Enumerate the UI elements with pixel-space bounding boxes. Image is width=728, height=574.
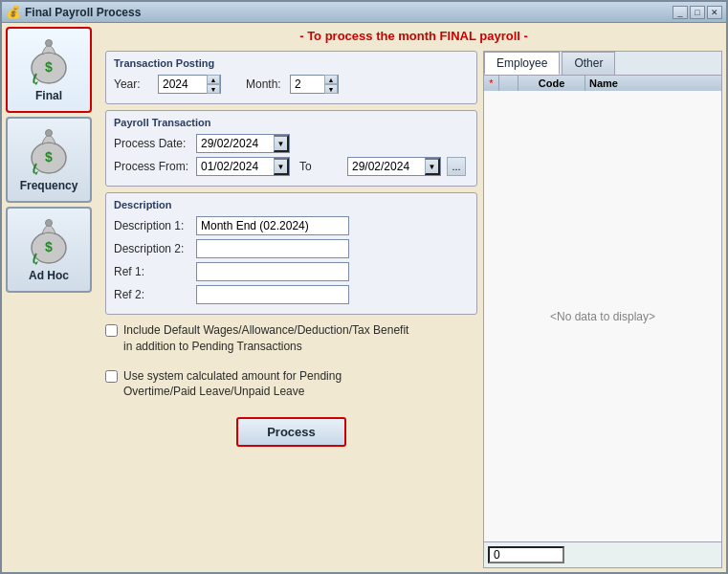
month-down-button[interactable]: ▼ (324, 84, 338, 94)
checkbox1[interactable] (105, 324, 118, 337)
process-button[interactable]: Process (236, 417, 346, 447)
process-from-picker[interactable]: ▼ (196, 157, 290, 176)
year-input[interactable] (159, 76, 207, 93)
payroll-transaction-section: Payroll Transaction Process Date: ▼ Proc… (105, 110, 477, 187)
desc1-row: Description 1: (114, 216, 469, 235)
maximize-button[interactable]: □ (690, 6, 705, 19)
description-title: Description (114, 199, 469, 210)
process-date-row: Process Date: ▼ (114, 134, 469, 153)
name-col-header: Name (585, 76, 721, 91)
month-label: Month: (246, 77, 284, 91)
process-from-row: Process From: ▼ To ▼ ... (114, 157, 469, 176)
ellipsis-button[interactable]: ... (447, 157, 466, 176)
grid-header: * Code Name (484, 76, 721, 91)
adhoc-label: Ad Hoc (29, 269, 69, 282)
process-to-picker[interactable]: ▼ (347, 157, 441, 176)
page-header: - To process the month FINAL payroll - (105, 27, 722, 45)
app-icon: 💰 (6, 5, 21, 19)
year-spin-buttons: ▲ ▼ (207, 75, 220, 94)
left-form: Transaction Posting Year: ▲ ▼ Month: (105, 51, 477, 568)
process-from-input[interactable] (197, 158, 274, 175)
desc2-label: Description 2: (114, 242, 190, 255)
svg-point-4 (46, 130, 53, 137)
right-area: - To process the month FINAL payroll - T… (105, 27, 722, 568)
year-up-button[interactable]: ▲ (207, 75, 220, 84)
frequency-label: Frequency (20, 179, 78, 192)
checkbox2-label: Use system calculated amount for Pending… (123, 368, 342, 401)
sidebar-item-frequency[interactable]: $ Frequency (6, 117, 92, 203)
tab-bar: Employee Other (484, 52, 721, 76)
process-to-input[interactable] (348, 158, 425, 175)
right-panel: Employee Other * Code Name <No data to d… (483, 51, 722, 568)
ref2-input[interactable] (196, 285, 349, 304)
description-section: Description Description 1: Description 2… (105, 192, 477, 315)
checkbox1-row: Include Default Wages/Allowance/Deductio… (105, 320, 477, 357)
desc2-input[interactable] (196, 239, 349, 258)
process-from-dropdown-button[interactable]: ▼ (274, 158, 289, 175)
ref1-row: Ref 1: (114, 262, 469, 281)
main-content: Transaction Posting Year: ▲ ▼ Month: (105, 51, 722, 568)
year-down-button[interactable]: ▼ (207, 84, 220, 94)
to-label: To (299, 160, 338, 173)
year-spinner[interactable]: ▲ ▼ (158, 75, 221, 94)
check-col-header (499, 76, 518, 91)
main-window: 💰 Final Payroll Process _ □ ✕ $ Final (0, 0, 728, 574)
checkbox2[interactable] (105, 370, 118, 383)
month-spin-buttons: ▲ ▼ (324, 75, 338, 94)
process-to-dropdown-button[interactable]: ▼ (425, 158, 440, 175)
ref1-input[interactable] (196, 262, 349, 281)
year-label: Year: (114, 77, 152, 91)
no-data-text: <No data to display> (550, 310, 655, 323)
content-area: $ Final $ Frequency (2, 23, 726, 572)
sidebar-item-final[interactable]: $ Final (6, 27, 92, 113)
adhoc-icon: $ (25, 217, 73, 265)
process-date-label: Process Date: (114, 137, 190, 150)
ref2-label: Ref 2: (114, 288, 190, 301)
checkbox1-label: Include Default Wages/Allowance/Deductio… (123, 322, 408, 355)
month-input[interactable] (291, 76, 324, 93)
month-up-button[interactable]: ▲ (324, 75, 338, 84)
svg-point-7 (46, 220, 53, 227)
final-icon: $ (25, 37, 73, 85)
left-panel: $ Final $ Frequency (6, 27, 101, 568)
minimize-button[interactable]: _ (673, 6, 688, 19)
frequency-icon: $ (25, 127, 73, 175)
footer-count-input[interactable] (488, 546, 564, 563)
window-title: Final Payroll Process (25, 6, 141, 19)
tab-other[interactable]: Other (562, 52, 615, 75)
ref1-label: Ref 1: (114, 265, 190, 278)
title-buttons: _ □ ✕ (673, 6, 722, 19)
final-label: Final (35, 89, 62, 102)
tab-content: * Code Name <No data to display> (484, 76, 721, 567)
payroll-transaction-title: Payroll Transaction (114, 117, 469, 128)
ref2-row: Ref 2: (114, 285, 469, 304)
close-button[interactable]: ✕ (707, 6, 722, 19)
month-spinner[interactable]: ▲ ▼ (290, 75, 339, 94)
transaction-posting-section: Transaction Posting Year: ▲ ▼ Month: (105, 51, 477, 104)
process-from-label: Process From: (114, 160, 190, 173)
grid-footer (484, 541, 721, 567)
asterisk-col: * (484, 76, 499, 91)
svg-point-1 (46, 40, 53, 47)
svg-text:$: $ (45, 149, 53, 165)
svg-text:$: $ (45, 59, 53, 75)
process-date-input[interactable] (197, 135, 274, 152)
grid-body: <No data to display> (484, 91, 721, 541)
code-col-header: Code (518, 76, 585, 91)
transaction-posting-title: Transaction Posting (114, 57, 469, 69)
desc1-label: Description 1: (114, 219, 190, 232)
desc2-row: Description 2: (114, 239, 469, 258)
title-bar: 💰 Final Payroll Process _ □ ✕ (2, 2, 726, 23)
process-date-picker[interactable]: ▼ (196, 134, 290, 153)
svg-text:$: $ (45, 239, 53, 254)
year-row: Year: ▲ ▼ Month: (114, 75, 469, 94)
title-bar-left: 💰 Final Payroll Process (6, 5, 141, 19)
checkbox2-row: Use system calculated amount for Pending… (105, 366, 477, 403)
sidebar-item-adhoc[interactable]: $ Ad Hoc (6, 207, 92, 293)
process-date-dropdown-button[interactable]: ▼ (274, 135, 289, 152)
tab-employee[interactable]: Employee (484, 52, 560, 75)
desc1-input[interactable] (196, 216, 349, 235)
